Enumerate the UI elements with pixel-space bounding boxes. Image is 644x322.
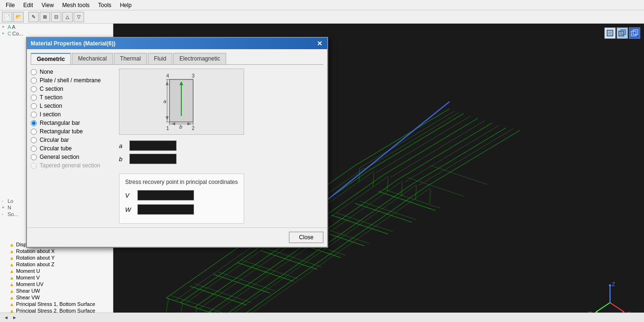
stress-w-row: W (125, 204, 238, 215)
option-general-section[interactable]: General section (31, 154, 113, 160)
tool-btn-1[interactable]: ✎ (28, 12, 39, 22)
geometric-tab-content: None Plate / shell / membrane C section (31, 69, 323, 224)
option-rectangular-bar[interactable]: Rectangular bar (31, 120, 113, 126)
geo-right-panel: 4 3 1 2 a (119, 69, 244, 224)
corner-1: 1 (166, 125, 169, 131)
radio-t-section[interactable] (31, 95, 37, 101)
svg-marker-85 (166, 116, 169, 120)
option-l-section[interactable]: L section (31, 103, 113, 109)
option-circular-bar[interactable]: Circular bar (31, 137, 113, 143)
menu-view[interactable]: View (38, 1, 58, 9)
section-diagram: 4 3 1 2 a (119, 69, 244, 135)
dialog-titlebar: Material Properties (Material(6)) ✕ (27, 38, 327, 49)
new-doc-button[interactable]: 📄 (2, 12, 12, 22)
option-rectangular-tube[interactable]: Rectangular tube (31, 128, 113, 135)
tool-btn-4[interactable]: △ (62, 12, 73, 22)
tab-thermal[interactable]: Thermal (114, 53, 147, 64)
stress-recovery-title: Stress recovery point in principal coord… (125, 179, 238, 185)
open-button[interactable]: 📂 (13, 12, 24, 22)
radio-tapered-general (31, 163, 37, 169)
tab-geometric[interactable]: Geometric (31, 53, 71, 64)
option-t-section[interactable]: T section (31, 94, 113, 101)
modal-overlay: Material Properties (Material(6)) ✕ Geom… (0, 24, 644, 322)
tab-fluid[interactable]: Fluid (148, 53, 172, 64)
radio-c-section[interactable] (31, 86, 37, 92)
param-a-label: a (119, 142, 126, 149)
menu-tools[interactable]: Tools (94, 1, 115, 9)
close-button[interactable]: Close (289, 232, 323, 243)
dialog-title: Material Properties (Material(6)) (31, 40, 115, 47)
svg-marker-90 (187, 122, 191, 125)
close-icon[interactable]: ✕ (316, 40, 323, 47)
svg-marker-89 (171, 122, 175, 125)
stress-w-label: W (125, 206, 133, 213)
corner-3: 3 (192, 73, 195, 78)
svg-text:b: b (179, 124, 182, 130)
stress-v-row: V (125, 190, 238, 200)
stress-v-label: V (125, 192, 133, 199)
radio-plate-shell[interactable] (31, 78, 37, 84)
menu-edit[interactable]: Edit (19, 1, 37, 9)
tool-btn-2[interactable]: ⊞ (40, 12, 50, 22)
dialog-body: Geometric Mechanical Thermal Fluid Elect… (27, 49, 327, 227)
material-properties-dialog: Material Properties (Material(6)) ✕ Geom… (26, 37, 328, 248)
radio-general-section[interactable] (31, 154, 37, 160)
option-tapered-general: Tapered general section (31, 162, 113, 169)
menubar: File Edit View Mesh tools Tools Help (0, 0, 644, 10)
tab-electromagnetic[interactable]: Electromagnetic (173, 53, 226, 64)
param-a-row: a (119, 140, 244, 151)
param-a-input[interactable] (129, 140, 177, 151)
radio-circular-bar[interactable] (31, 137, 37, 143)
radio-i-section[interactable] (31, 112, 37, 118)
dialog-footer: Close (27, 227, 327, 247)
corner-2: 2 (192, 125, 195, 131)
tool-btn-5[interactable]: ▽ (74, 12, 84, 22)
stress-recovery-section: Stress recovery point in principal coord… (119, 174, 244, 224)
radio-none[interactable] (31, 69, 37, 75)
toolbar: 📄 📂 ✎ ⊞ ⊡ △ ▽ (0, 10, 644, 24)
tool-btn-3[interactable]: ⊡ (51, 12, 61, 22)
corner-4: 4 (166, 73, 169, 78)
param-b-input[interactable] (129, 154, 177, 164)
option-i-section[interactable]: I section (31, 111, 113, 118)
stress-v-input[interactable] (137, 190, 194, 200)
menu-help[interactable]: Help (116, 1, 136, 9)
menu-file[interactable]: File (2, 1, 18, 9)
tab-mechanical[interactable]: Mechanical (72, 53, 113, 64)
option-circular-tube[interactable]: Circular tube (31, 145, 113, 152)
radio-rectangular-tube[interactable] (31, 129, 37, 135)
main-area: + A A + C Co... - Lo + N (0, 24, 644, 322)
option-plate-shell[interactable]: Plate / shell / membrane (31, 77, 113, 84)
svg-text:a: a (163, 98, 166, 104)
param-b-label: b (119, 156, 126, 163)
radio-rectangular-bar[interactable] (31, 120, 37, 126)
param-b-row: b (119, 154, 244, 164)
option-c-section[interactable]: C section (31, 86, 113, 92)
tab-bar: Geometric Mechanical Thermal Fluid Elect… (31, 53, 323, 65)
section-type-list: None Plate / shell / membrane C section (31, 69, 113, 224)
option-none[interactable]: None (31, 69, 113, 75)
radio-l-section[interactable] (31, 103, 37, 109)
svg-marker-84 (166, 81, 169, 85)
radio-circular-tube[interactable] (31, 146, 37, 152)
menu-mesh-tools[interactable]: Mesh tools (59, 1, 93, 9)
stress-w-input[interactable] (137, 204, 194, 215)
